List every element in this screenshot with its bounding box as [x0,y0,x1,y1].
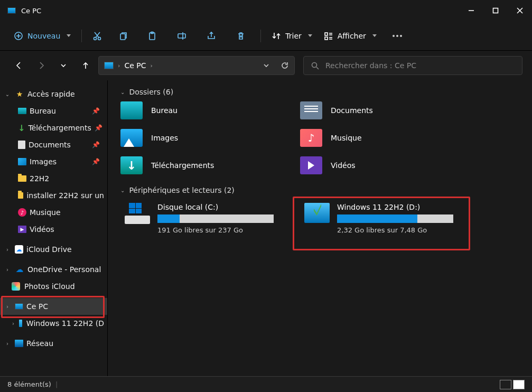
sidebar-item-videos[interactable]: ▶ Vidéos [0,221,107,238]
sidebar-item-photos[interactable]: Photos iCloud [0,278,107,295]
drive-c[interactable]: Disque local (C:) 191 Go libres sur 237 … [120,200,300,237]
more-button[interactable] [384,26,410,45]
sidebar-item-images[interactable]: Images 📌 [0,153,107,170]
chevron-down-icon[interactable]: ⌄ [120,89,125,95]
copy-button[interactable] [109,26,136,45]
drives-section: ⌄ Périphériques et lecteurs (2) Disque l… [120,186,519,237]
sidebar-item-onedrive[interactable]: › ☁ OneDrive - Personal [0,261,107,278]
chevron-right-icon[interactable]: › [3,304,12,310]
folder-videos[interactable]: Vidéos [300,156,469,174]
folders-header[interactable]: ⌄ Dossiers (6) [120,88,519,96]
documents-icon [300,101,322,119]
folder-label: Vidéos [331,161,356,170]
main-content: ⌄ Dossiers (6) Bureau Documents Images ♪ [108,80,532,376]
search-input[interactable]: Rechercher dans : Ce PC [303,56,522,75]
sidebar-item-win11[interactable]: › Windows 11 22H2 (D [0,315,107,332]
chevron-right-icon[interactable]: › [3,267,12,273]
sidebar-item-bureau[interactable]: Bureau 📌 [0,102,107,119]
up-button[interactable] [76,56,95,75]
address-bar[interactable]: › Ce PC › [98,56,295,75]
svg-rect-19 [325,37,328,40]
chevron-down-icon [308,34,312,37]
back-button[interactable] [10,56,29,75]
toolbar: Nouveau Trier Afficher [0,21,532,51]
divider [260,30,261,42]
svg-line-23 [316,67,319,69]
sidebar-item-22h2[interactable]: 22H2 [0,170,107,187]
desktop-icon [18,108,26,114]
images-icon [18,158,26,165]
pc-icon [104,62,114,69]
images-icon [120,129,143,147]
view-button[interactable]: Afficher [320,26,381,45]
minimize-button[interactable] [459,0,483,21]
share-button[interactable] [198,26,225,45]
folder-musique[interactable]: ♪ Musique [300,129,469,147]
chevron-down-icon[interactable] [263,62,270,69]
status-items: 8 élément(s) [7,380,51,388]
delete-button[interactable] [228,26,254,45]
sidebar-item-telechargements[interactable]: ↓ Téléchargements 📌 [0,119,107,136]
recent-button[interactable] [54,56,73,75]
paste-button[interactable] [139,26,165,45]
sidebar-item-icloud[interactable]: › ☁ iCloud Drive [0,241,107,258]
sidebar-label: Ce PC [26,302,48,311]
chevron-right-icon[interactable]: › [3,341,12,347]
sidebar-label: Images [30,157,57,166]
drive-free-text: 191 Go libres sur 237 Go [157,226,296,234]
drive-name: Windows 11 22H2 (D:) [337,203,475,211]
chevron-down-icon[interactable]: ⌄ [3,91,12,97]
titlebar: Ce PC [0,0,532,21]
sidebar-item-documents[interactable]: Documents 📌 [0,136,107,153]
svg-point-22 [312,62,317,67]
details-view-button[interactable] [500,380,511,389]
videos-icon [300,156,322,174]
sidebar-label: Windows 11 22H2 (D [26,319,104,328]
onedrive-icon: ☁ [15,265,24,274]
forward-button[interactable] [32,56,51,75]
music-icon: ♪ [18,208,26,217]
tiles-view-button[interactable] [513,380,525,389]
folder-telechargements[interactable]: ↓ Téléchargements [120,156,290,174]
chevron-down-icon [67,34,71,37]
new-button[interactable]: Nouveau [10,26,75,45]
svg-rect-1 [493,8,498,13]
sidebar-item-reseau[interactable]: › Réseau [0,335,107,352]
close-button[interactable] [508,0,532,21]
window-title: Ce PC [21,7,459,15]
chevron-down-icon[interactable]: ⌄ [120,188,125,193]
svg-rect-14 [178,34,185,38]
sidebar-item-installer[interactable]: installer 22H2 sur un [0,187,107,204]
refresh-icon[interactable] [281,61,289,70]
maximize-button[interactable] [483,0,508,21]
drives-header[interactable]: ⌄ Périphériques et lecteurs (2) [120,186,519,194]
folder-bureau[interactable]: Bureau [120,101,290,119]
sidebar-label: Photos iCloud [24,282,75,291]
breadcrumb-item[interactable]: Ce PC [124,61,146,70]
pin-icon: 📌 [92,141,104,148]
sidebar-quick-access[interactable]: ⌄ ★ Accès rapide [0,86,107,102]
app-icon [7,7,16,14]
pin-icon: 📌 [95,124,107,132]
sort-button[interactable]: Trier [267,26,316,45]
pc-icon [15,303,23,310]
search-placeholder: Rechercher dans : Ce PC [325,61,416,70]
desktop-icon [120,101,143,119]
sidebar-item-cepc[interactable]: › Ce PC [0,298,107,315]
chevron-right-icon[interactable]: › [3,247,12,253]
network-icon [15,340,23,347]
search-icon [311,62,319,70]
svg-rect-11 [120,34,125,40]
svg-rect-16 [325,33,328,35]
folder-label: Images [151,134,178,142]
chevron-right-icon[interactable]: › [12,321,15,326]
cut-button[interactable] [88,26,106,45]
sidebar-label: OneDrive - Personal [27,265,101,274]
folder-images[interactable]: Images [120,129,290,147]
rename-button[interactable] [169,26,195,45]
document-icon [18,141,25,149]
sidebar-item-musique[interactable]: ♪ Musique [0,204,107,221]
drive-d[interactable]: Windows 11 22H2 (D:) 2,32 Go libres sur … [300,200,480,237]
folder-documents[interactable]: Documents [300,101,469,119]
sort-label: Trier [285,32,302,40]
